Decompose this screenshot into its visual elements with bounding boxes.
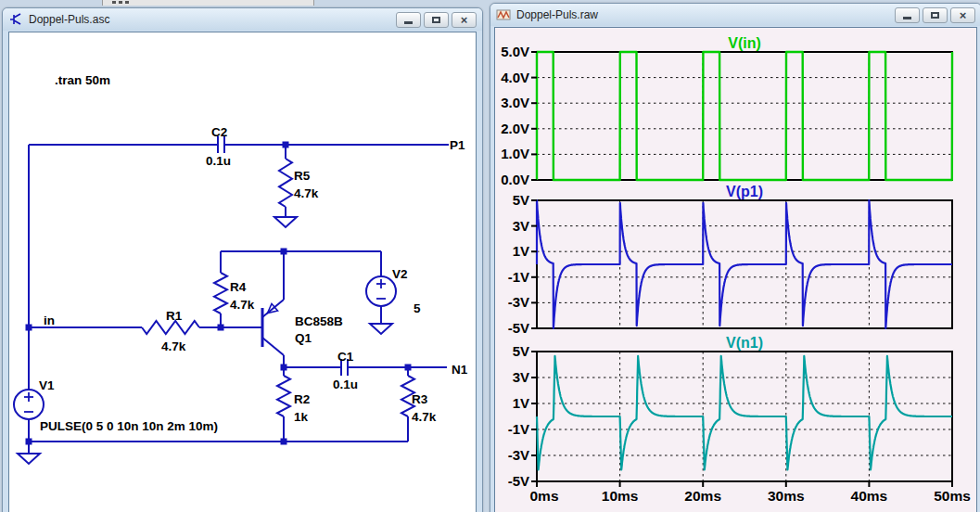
- transistor-Q1: [262, 300, 284, 317]
- schematic-label-V1_val: PULSE(0 5 0 10n 10n 2m 10m): [40, 419, 218, 433]
- schematic-label-directive: .tran 50m: [55, 73, 110, 87]
- junction-dot: [283, 142, 289, 148]
- junction-dot: [405, 365, 412, 371]
- fragment-mark: [112, 1, 116, 4]
- x-tick-label: 30ms: [768, 488, 805, 504]
- schematic-label-Q1_type: BC858B: [295, 314, 343, 328]
- close-icon: ×: [960, 9, 967, 21]
- resistor-R2: [277, 376, 290, 416]
- trace-vn1: [537, 356, 952, 470]
- y-tick-label: 5V: [513, 192, 529, 208]
- schematic-label-V2_val: 5: [414, 301, 421, 315]
- schematic-label-in: in: [44, 314, 55, 327]
- schematic-label-R3: R3: [412, 392, 428, 406]
- x-tick-label: 50ms: [934, 488, 971, 504]
- ground-icon: [274, 217, 297, 227]
- maximize-icon: [931, 12, 939, 19]
- plot-border: [537, 52, 952, 180]
- ground-icon: [370, 324, 392, 334]
- schematic-icon: [8, 12, 23, 27]
- close-icon: ×: [461, 14, 468, 26]
- y-tick-label: 3V: [513, 369, 529, 385]
- schematic-label-P1: P1: [450, 138, 465, 152]
- schematic-canvas[interactable]: .tran 50mC20.1uP1R54.7kR44.7kR14.7kinBC8…: [8, 32, 477, 512]
- close-button[interactable]: ×: [452, 12, 477, 28]
- plot-title: V(in): [728, 35, 761, 51]
- schematic-label-C1_val: 0.1u: [333, 378, 358, 391]
- y-tick-label: -3V: [508, 294, 529, 310]
- junction-dot: [281, 439, 287, 445]
- schematic-label-C2: C2: [211, 125, 227, 139]
- trace-vin: [537, 52, 952, 180]
- schematic-label-R1_val: 4.7k: [161, 339, 186, 353]
- trace-vp1: [537, 200, 952, 328]
- minimize-icon: [404, 21, 413, 24]
- schematic-label-R3_val: 4.7k: [412, 410, 437, 424]
- window-title: Doppel-Puls.asc: [29, 13, 396, 26]
- y-tick-label: -1V: [508, 421, 529, 437]
- y-tick-label: 2.0V: [501, 121, 529, 136]
- transistor-Q1: [262, 338, 284, 355]
- schematic-label-R1: R1: [166, 309, 183, 323]
- schematic-label-R5: R5: [294, 169, 311, 183]
- schematic-label-N1: N1: [452, 363, 468, 377]
- waveform-icon: [496, 7, 511, 22]
- y-tick-label: -5V: [508, 320, 529, 336]
- y-tick-label: 5.0V: [501, 44, 529, 59]
- y-tick-label: 1V: [513, 243, 529, 259]
- fragment-mark: [125, 1, 129, 4]
- schematic-label-C2_val: 0.1u: [206, 154, 231, 168]
- x-tick-label: 10ms: [602, 488, 639, 504]
- schematic-label-V2: V2: [392, 267, 408, 281]
- minimize-icon: [903, 17, 911, 19]
- y-tick-label: 3.0V: [501, 95, 529, 110]
- resistor-R4: [214, 273, 227, 314]
- junction-dot: [26, 439, 32, 445]
- y-tick-label: -3V: [508, 447, 529, 463]
- waveform-plots: 5.0V4.0V3.0V2.0V1.0V0.0VV(in)5V3V1V-1V-3…: [494, 27, 977, 512]
- waveform-window-titlebar[interactable]: Doppel-Puls.raw ×: [490, 4, 980, 26]
- junction-dot: [26, 325, 32, 331]
- schematic-label-R2: R2: [294, 392, 310, 406]
- x-tick-label: 40ms: [851, 488, 888, 504]
- ground-icon: [18, 454, 40, 464]
- schematic-label-R4: R4: [230, 280, 247, 294]
- waveform-window: Doppel-Puls.raw × 5.0V4.0V3.0V2.0V1.0V0.…: [490, 3, 980, 512]
- schematic-label-Q1: Q1: [295, 331, 312, 345]
- schematic-label-R4_val: 4.7k: [230, 298, 255, 312]
- maximize-icon: [432, 17, 440, 23]
- close-button[interactable]: ×: [950, 7, 975, 23]
- schematic-window-titlebar[interactable]: Doppel-Puls.asc ×: [3, 8, 482, 31]
- y-tick-label: 0.0V: [501, 172, 529, 187]
- minimize-button[interactable]: [396, 12, 421, 28]
- junction-dot: [281, 249, 287, 255]
- y-tick-label: 5V: [513, 343, 529, 359]
- minimize-button[interactable]: [895, 7, 920, 23]
- schematic-label-R2_val: 1k: [294, 410, 309, 424]
- schematic-label-C1: C1: [337, 350, 354, 364]
- maximize-button[interactable]: [923, 7, 948, 23]
- y-tick-label: 4.0V: [501, 70, 529, 85]
- schematic-window: Doppel-Puls.asc × .tran 50mC20.1uP1R54.7…: [2, 7, 483, 512]
- schematic-label-V1: V1: [39, 378, 55, 392]
- y-tick-label: -5V: [508, 473, 529, 489]
- y-tick-label: 1.0V: [501, 146, 529, 161]
- window-title: Doppel-Puls.raw: [516, 8, 895, 21]
- waveform-pane[interactable]: 5.0V4.0V3.0V2.0V1.0V0.0VV(in)5V3V1V-1V-3…: [494, 27, 977, 512]
- resistor-R5: [279, 159, 292, 207]
- y-tick-label: -1V: [508, 269, 529, 285]
- plot-title: V(n1): [726, 335, 763, 351]
- maximize-button[interactable]: [424, 12, 449, 28]
- fragment-mark: [119, 1, 122, 4]
- junction-dot: [281, 365, 287, 371]
- background-window-fragment: [102, 0, 314, 6]
- y-tick-label: 1V: [513, 395, 529, 411]
- schematic-drawing: .tran 50mC20.1uP1R54.7kR44.7kR14.7kinBC8…: [8, 32, 477, 512]
- resistor-R1: [142, 321, 199, 334]
- y-tick-label: 3V: [513, 218, 529, 234]
- schematic-label-R5_val: 4.7k: [294, 186, 319, 200]
- junction-dot: [218, 325, 224, 331]
- x-tick-label: 0ms: [529, 488, 558, 504]
- plot-title: V(p1): [726, 184, 763, 199]
- x-tick-label: 20ms: [684, 488, 721, 504]
